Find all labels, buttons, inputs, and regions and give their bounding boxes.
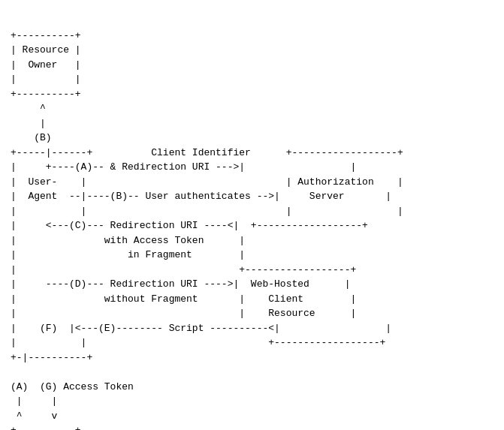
- diagram: +----------+ | Resource | | Owner | | | …: [8, 8, 496, 430]
- diagram-content: +----------+ | Resource | | Owner | | | …: [11, 30, 403, 431]
